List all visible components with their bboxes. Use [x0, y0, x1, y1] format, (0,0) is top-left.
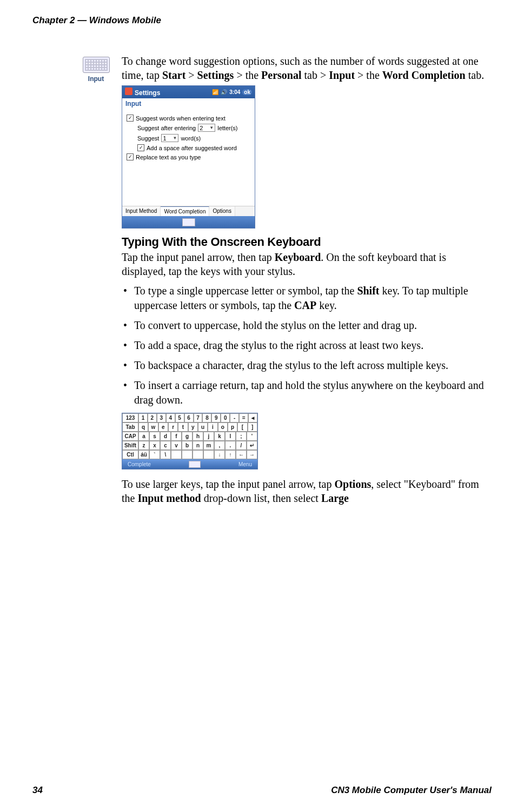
bullet-item: To add a space, drag the stylus to the r… [131, 338, 492, 353]
kb-key[interactable]: , [214, 441, 225, 450]
section-intro-para: Tap the input panel arrow, then tap Keyb… [122, 250, 492, 278]
kb-key[interactable]: \ [160, 450, 171, 459]
kb-key[interactable]: t [178, 422, 188, 432]
kb-key[interactable]: z [138, 441, 149, 450]
kb-key[interactable]: j [203, 432, 214, 441]
kb-key[interactable]: w [148, 422, 158, 432]
kb-key[interactable]: 7 [194, 413, 203, 422]
kb-key[interactable]: s [149, 432, 160, 441]
kb-key[interactable]: o [218, 422, 228, 432]
checkbox-icon[interactable] [127, 115, 134, 122]
kb-key[interactable]: ↑ [225, 450, 236, 459]
sip-keyboard-icon[interactable] [189, 461, 201, 468]
kb-key[interactable] [193, 450, 203, 459]
kb-key[interactable]: . [225, 441, 236, 450]
large-keys-paragraph: To use larger keys, tap the input panel … [122, 477, 492, 505]
kb-key[interactable]: 0 [221, 413, 230, 422]
speaker-icon: 🔊 [221, 89, 227, 95]
checkbox-icon[interactable] [127, 153, 134, 160]
complete-label[interactable]: Complete [128, 461, 151, 467]
kb-key[interactable]: ◄ [248, 413, 257, 422]
kb-key[interactable]: áü [138, 450, 149, 459]
kb-key[interactable]: i [208, 422, 217, 432]
kb-key[interactable]: l [225, 432, 236, 441]
sip-keyboard-icon[interactable] [182, 218, 195, 226]
kb-key[interactable]: x [149, 441, 160, 450]
kb-key[interactable] [203, 450, 214, 459]
wm-row-add-space[interactable]: Add a space after suggested word [127, 144, 250, 151]
kb-key[interactable]: 5 [175, 413, 184, 422]
wm-row-suggest-after: Suggest after entering 2▼ letter(s) [127, 124, 250, 132]
kb-key[interactable]: / [236, 441, 247, 450]
kb-key[interactable]: v [171, 441, 182, 450]
kb-key[interactable]: 4 [166, 413, 175, 422]
kb-key[interactable]: - [230, 413, 239, 422]
kb-key[interactable]: 1 [138, 413, 148, 422]
text: > the [355, 69, 382, 81]
kb-key[interactable]: f [171, 432, 182, 441]
kb-key[interactable]: a [138, 432, 149, 441]
kb-key[interactable]: 8 [202, 413, 211, 422]
kb-key[interactable]: h [193, 432, 203, 441]
kb-key[interactable]: 2 [148, 413, 157, 422]
text: Tap the input panel arrow, then tap [122, 251, 275, 263]
kb-key[interactable]: ← [236, 450, 247, 459]
row-label: Suggest after entering [137, 125, 196, 131]
kb-key[interactable]: e [158, 422, 168, 432]
kb-key[interactable]: ' [247, 432, 257, 441]
bullet-item: To backspace a character, drag the stylu… [131, 358, 492, 373]
ok-button[interactable]: ok [242, 89, 252, 95]
kb-key[interactable]: ; [236, 432, 247, 441]
checkbox-icon[interactable] [137, 144, 144, 151]
page-header: Chapter 2 — Windows Mobile [32, 15, 161, 26]
kb-key[interactable]: y [188, 422, 198, 432]
kb-key[interactable]: Tab [122, 422, 138, 432]
kb-key[interactable]: g [182, 432, 193, 441]
kb-key[interactable]: ↵ [247, 441, 257, 450]
wm-row-replace-text[interactable]: Replace text as you type [127, 153, 250, 160]
menu-label[interactable]: Menu [238, 461, 252, 467]
kb-key[interactable]: ↓ [214, 450, 225, 459]
text: tab. [466, 69, 484, 81]
kb-key[interactable]: 123 [122, 413, 138, 422]
wm-tabs: Input Method Word Completion Options [122, 206, 255, 216]
kb-key[interactable]: → [247, 450, 257, 459]
wm-bottom-bar [122, 216, 255, 228]
kb-key[interactable] [182, 450, 193, 459]
tab-options[interactable]: Options [209, 206, 235, 216]
kb-key[interactable]: = [239, 413, 248, 422]
tab-input-method[interactable]: Input Method [122, 206, 161, 216]
kb-key[interactable] [171, 450, 182, 459]
row-label: word(s) [181, 135, 201, 142]
kb-key[interactable]: r [168, 422, 178, 432]
kb-key[interactable]: p [228, 422, 237, 432]
letters-dropdown[interactable]: 2▼ [198, 124, 215, 132]
kb-key[interactable]: n [193, 441, 203, 450]
kb-key[interactable]: c [160, 441, 171, 450]
onscreen-keyboard-screenshot: 1231234567890-=◄Tabqwertyuiop[]CAPasdfgh… [122, 413, 258, 469]
keyboard-bottom-bar: Complete Menu [122, 459, 257, 469]
kb-key[interactable]: m [203, 441, 214, 450]
kb-key[interactable]: Ctl [122, 450, 138, 459]
kb-key[interactable]: Shift [122, 441, 138, 450]
kb-key[interactable]: 3 [157, 413, 166, 422]
wm-row-suggest-words[interactable]: Suggest words when entering text [127, 115, 250, 122]
page-footer: 34 CN3 Mobile Computer User's Manual [32, 785, 492, 796]
tab-word-completion[interactable]: Word Completion [161, 206, 209, 216]
kb-key[interactable]: 9 [211, 413, 221, 422]
intro-paragraph: To change word suggestion options, such … [122, 54, 492, 82]
kb-key[interactable]: k [214, 432, 225, 441]
kb-key[interactable]: d [160, 432, 171, 441]
bold-input: Input [329, 69, 355, 81]
kb-key[interactable]: CAP [122, 432, 138, 441]
kb-key[interactable]: 6 [184, 413, 194, 422]
kb-key[interactable]: q [138, 422, 148, 432]
wm-time: 3:04 [229, 89, 240, 95]
kb-key[interactable]: b [182, 441, 193, 450]
words-dropdown[interactable]: 1▼ [161, 134, 178, 142]
kb-key[interactable]: u [198, 422, 208, 432]
bold-settings: Settings [197, 69, 234, 81]
kb-key[interactable]: [ [237, 422, 247, 432]
kb-key[interactable]: ` [149, 450, 160, 459]
kb-key[interactable]: ] [248, 422, 257, 432]
